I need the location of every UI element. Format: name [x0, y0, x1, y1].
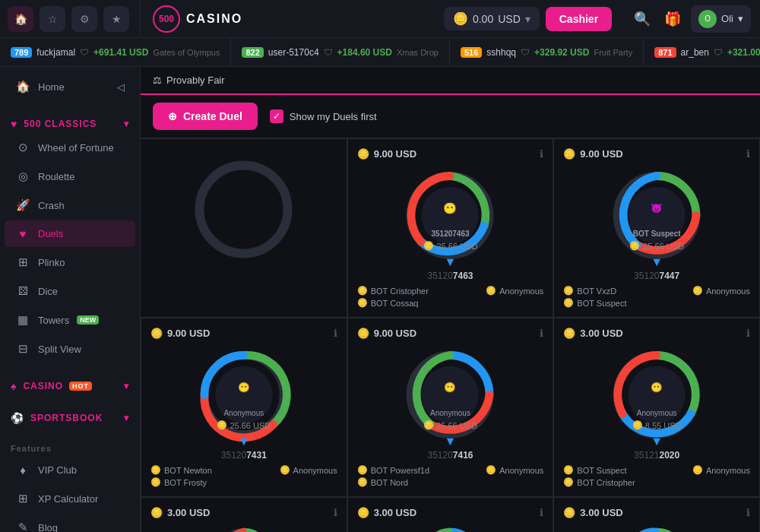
duel-amount-2: 🪙 9.00 USD	[563, 148, 622, 160]
coin-icon-3: 🪙	[150, 328, 163, 339]
cashier-button[interactable]: Cashier	[546, 7, 612, 31]
sidebar-item-crash[interactable]: 🚀 Crash	[5, 192, 135, 219]
chip-icon: 🪙	[453, 11, 468, 26]
show-my-duels-label: Show my Duels first	[290, 111, 377, 122]
info-icon-1[interactable]: ℹ	[540, 148, 543, 160]
sidebar-item-towers[interactable]: ▦ Towers NEW	[5, 306, 135, 334]
duel-amount-value-1: 9.00 USD	[374, 148, 416, 160]
balance-value: 0.00	[473, 13, 493, 25]
sidebar-item-vip[interactable]: ♦ VIP Club	[5, 457, 135, 483]
duel-player-amount-2: 🪙 25.66 USD	[629, 241, 684, 251]
info-icon-5[interactable]: ℹ	[746, 328, 750, 339]
sidebar-item-splitview[interactable]: ⊟ Split View	[5, 335, 135, 363]
sportsbook-collapse-icon[interactable]: ▾	[124, 413, 129, 423]
duel-player-name-2: BOT Suspect	[633, 230, 681, 238]
towers-icon: ▦	[15, 313, 30, 327]
ticker-amount-3: +321.00 USD	[727, 47, 760, 58]
duel-id-2: 351207447	[563, 271, 750, 281]
info-icon-3[interactable]: ℹ	[334, 328, 337, 339]
user-menu-button[interactable]: O Oli ▾	[691, 5, 751, 33]
info-icon-8[interactable]: ℹ	[746, 507, 750, 518]
duel-card-header-4: 🪙 9.00 USD ℹ	[357, 328, 544, 339]
home-nav-btn[interactable]: 🏠	[8, 6, 33, 32]
player-icon: 🪙	[357, 298, 368, 308]
duel-card-header-5: 🪙 3.00 USD ℹ	[563, 328, 750, 339]
sidebar-item-xp[interactable]: ⊞ XP Calculator	[5, 485, 135, 512]
bookmark-nav-btn[interactable]: ★	[103, 6, 129, 32]
ticker-badge-3: 871	[654, 47, 676, 58]
duel-card-7: 🪙 3.00 USD ℹ	[347, 497, 554, 532]
sportsbook-icon: ⚽	[11, 412, 24, 424]
ticker-game-0: Gates of Olympus	[153, 48, 220, 57]
duel-players-list-5: 🪙 BOT Suspect 🪙 Anonymous 🪙 BOT Cristoph…	[563, 465, 750, 487]
ticker-bar: 789 fuckjamal 🛡 +691.41 USD Gates of Oly…	[0, 38, 760, 67]
provably-fair-link[interactable]: ⚖ Provably Fair	[153, 74, 225, 86]
ticker-item: 516 sshhqq 🛡 +329.92 USD Fruit Party	[450, 38, 644, 66]
player-icon: 🪙	[486, 286, 496, 296]
svg-text:😶: 😶	[651, 381, 663, 393]
duel-player-amount-1: 🪙 25.66 USD	[423, 241, 478, 251]
show-my-duels-toggle[interactable]: ✓ Show my Duels first	[270, 109, 377, 123]
casino-collapse-icon[interactable]: ▾	[124, 381, 129, 391]
player-row: 🪙 BOT Cristopher	[563, 477, 750, 487]
logo-badge: 500	[153, 5, 180, 33]
info-icon-6[interactable]: ℹ	[334, 507, 337, 518]
classics-label: 500 CLASSICS	[24, 119, 97, 129]
duel-circle-svg-8	[619, 524, 695, 532]
duel-players-list-3: 🪙 BOT Newton 🪙 Anonymous 🪙 BOT Frosty	[150, 465, 337, 487]
balance-dropdown-icon[interactable]: ▾	[525, 13, 530, 25]
duel-card-header-8: 🪙 3.00 USD ℹ	[563, 507, 750, 518]
svg-text:😈: 😈	[651, 201, 663, 214]
duel-amount-value-5: 3.00 USD	[580, 328, 622, 339]
duel-player-info-2: BOT Suspect 🪙 25.66 USD ▼	[629, 213, 684, 269]
settings-nav-btn[interactable]: ⚙	[71, 6, 97, 32]
duel-card-0	[141, 138, 347, 318]
duel-circle-svg-7	[412, 524, 488, 532]
gift-button[interactable]: 🎁	[660, 7, 685, 31]
info-icon-7[interactable]: ℹ	[540, 507, 543, 518]
info-icon-4[interactable]: ℹ	[540, 328, 543, 339]
duel-player-info-3: Anonymous 🪙 25.66 USD ▼	[217, 392, 271, 448]
new-badge: NEW	[77, 315, 99, 325]
wheel-icon: ⊙	[15, 141, 30, 154]
xp-icon: ⊞	[15, 492, 30, 505]
blog-label: Blog	[38, 522, 58, 533]
sidebar-wheel-label: Wheel of Fortune	[38, 142, 114, 154]
splitview-icon: ⊟	[15, 342, 30, 356]
logo-text: CASINO	[186, 12, 242, 26]
provably-fair-label: Provably Fair	[166, 74, 225, 86]
nav-icons-area: 🏠 ☆ ⚙ ★	[0, 0, 141, 37]
sidebar-item-roulette[interactable]: ◎ Roulette	[5, 163, 135, 190]
info-icon-2[interactable]: ℹ	[746, 148, 750, 160]
search-button[interactable]: 🔍	[630, 7, 654, 31]
duel-circle-wrap-3: 😶 Anonymous 🪙 25.66 USD ▼	[195, 345, 293, 444]
create-duel-label: Create Duel	[183, 110, 242, 122]
duel-amount-6: 🪙 3.00 USD	[150, 507, 210, 518]
duel-amount-3: 🪙 9.00 USD	[150, 328, 210, 339]
balance-scale-icon: ⚖	[153, 74, 162, 86]
top-nav: 🏠 ☆ ⚙ ★ 500 CASINO 🪙 0.00 USD ▾ Cashier …	[0, 0, 760, 38]
casino-label: CASINO	[23, 381, 63, 391]
duel-card-header-2: 🪙 9.00 USD ℹ	[563, 148, 750, 160]
duel-circle-wrap-2: 😈 BOT Suspect 🪙 25.66 USD ▼	[607, 166, 706, 264]
duel-card-2: 🪙 9.00 USD ℹ 😈	[553, 138, 760, 318]
shield-icon-0: 🛡	[80, 47, 89, 58]
checkbox-icon: ✓	[270, 109, 283, 123]
duel-arrow-5: ▼	[651, 435, 663, 448]
duel-players-list-2: 🪙 BOT VxzD 🪙 Anonymous 🪙 BOT Suspect	[563, 286, 750, 308]
coin-icon-4: 🪙	[357, 328, 369, 339]
star-nav-btn[interactable]: ☆	[40, 6, 65, 32]
section-casino: ♠ CASINO HOT ▾	[0, 372, 140, 395]
sidebar-item-plinko[interactable]: ⊞ Plinko	[5, 249, 135, 276]
duel-players-list-1: 🪙 BOT Cristopher 🪙 Anonymous 🪙 BOT Cossa…	[357, 286, 544, 308]
duel-amount-4: 🪙 9.00 USD	[357, 328, 416, 339]
sidebar-item-home[interactable]: 🏠 Home ◁	[5, 73, 135, 100]
sidebar-item-duels[interactable]: ♥ Duels	[5, 220, 135, 247]
sidebar-item-blog[interactable]: ✎ Blog	[5, 514, 135, 532]
classics-collapse-icon[interactable]: ▾	[124, 119, 129, 129]
create-duel-button[interactable]: ⊕ Create Duel	[153, 103, 258, 130]
sidebar-item-wheel[interactable]: ⊙ Wheel of Fortune	[5, 134, 135, 161]
vip-icon: ♦	[15, 464, 30, 477]
content-area: ⚖ Provably Fair ⊕ Create Duel ✓ Show my …	[141, 67, 760, 532]
sidebar-item-dice[interactable]: ⚄ Dice	[5, 277, 135, 305]
